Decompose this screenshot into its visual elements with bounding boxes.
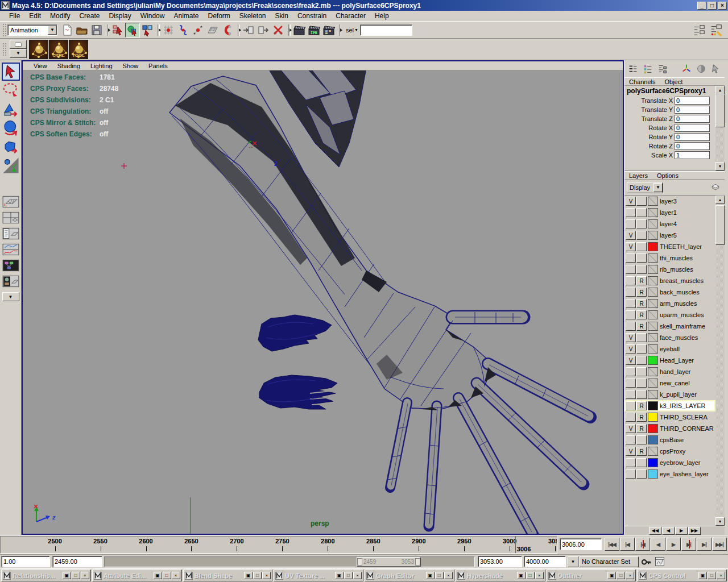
- minimized-window[interactable]: Blend Shape ▣ □ ×: [183, 569, 273, 581]
- layer-visibility-toggle[interactable]: [626, 276, 636, 285]
- layers-scrollbar[interactable]: ▲ ▼: [715, 196, 725, 526]
- toolbar-button[interactable]: [336, 23, 342, 38]
- channel-boxes-icon[interactable]: [640, 62, 655, 76]
- layer-color-swatch[interactable]: [648, 413, 658, 422]
- layer-name[interactable]: face_muscles: [660, 334, 698, 341]
- layer-row[interactable]: R THIRD_SCLERA: [624, 411, 715, 423]
- layer-reference-toggle[interactable]: [636, 197, 647, 206]
- character-set-menu[interactable]: No Character Set: [580, 556, 639, 567]
- channel-object-name[interactable]: polySurface6CPSproxy1: [624, 86, 715, 96]
- layer-visibility-toggle[interactable]: V: [626, 197, 636, 206]
- menu-item[interactable]: Modify: [46, 11, 75, 21]
- show-manip-tool-icon[interactable]: [2, 156, 20, 174]
- layer-name[interactable]: k_pupil_layer: [660, 391, 697, 398]
- layer-visibility-toggle[interactable]: [626, 435, 636, 444]
- restore-button[interactable]: □: [708, 2, 717, 10]
- layer-row[interactable]: hand_layer: [624, 366, 715, 377]
- toolbar-button[interactable]: [235, 23, 241, 38]
- minimize-button[interactable]: _: [697, 2, 706, 10]
- window-maximize-button[interactable]: □: [163, 572, 171, 579]
- range-grip-left[interactable]: [357, 558, 362, 566]
- window-restore-button[interactable]: ▣: [698, 572, 707, 579]
- shelf-button[interactable]: TOOL: [69, 40, 88, 59]
- layer-name[interactable]: Head_Layer: [660, 357, 694, 364]
- create-layer-icon[interactable]: [709, 181, 722, 194]
- layer-row[interactable]: rib_muscles: [624, 264, 715, 275]
- channel-mixed-icon[interactable]: [655, 62, 670, 76]
- layer-reference-toggle[interactable]: [636, 344, 647, 354]
- layer-visibility-toggle[interactable]: [626, 379, 636, 388]
- snap-grid-icon[interactable]: [161, 23, 176, 38]
- channel-label[interactable]: Translate X: [624, 97, 675, 104]
- snap-curve-icon[interactable]: [176, 23, 191, 38]
- window-restore-button[interactable]: ▣: [607, 572, 616, 579]
- select-component-icon[interactable]: [140, 23, 155, 38]
- layer-visibility-toggle[interactable]: V: [626, 356, 636, 365]
- playback-button[interactable]: ◀: [651, 538, 665, 551]
- layer-reference-toggle[interactable]: [636, 390, 647, 399]
- manip-xyz-icon[interactable]: [679, 62, 694, 76]
- playback-start-field[interactable]: [52, 556, 102, 567]
- minimized-window[interactable]: Outliner ▣ □ ×: [547, 569, 636, 581]
- scroll-up-icon[interactable]: ▲: [715, 86, 725, 94]
- layer-color-swatch[interactable]: [648, 219, 658, 228]
- layer-color-swatch[interactable]: [648, 424, 658, 433]
- playback-button[interactable]: ▶▶|: [712, 538, 727, 551]
- menu-item[interactable]: Constrain: [293, 11, 331, 21]
- channel-value-field[interactable]: 0: [675, 133, 710, 141]
- layer-color-swatch[interactable]: [648, 197, 658, 206]
- layer-visibility-toggle[interactable]: V: [626, 447, 636, 456]
- layer-row[interactable]: eye_lashes_layer: [624, 468, 715, 480]
- file-save-icon[interactable]: [89, 23, 104, 38]
- layer-name[interactable]: layer5: [660, 232, 677, 239]
- manip-rotate-icon[interactable]: [694, 62, 709, 76]
- rotate-tool-icon[interactable]: [2, 119, 20, 137]
- shelf-button[interactable]: CTRL: [49, 40, 68, 59]
- minimized-window[interactable]: Hypershade ▣ □ ×: [456, 569, 545, 581]
- shelf-dropdown-arrow[interactable]: ▼: [10, 49, 27, 58]
- lasso-tool-icon[interactable]: [2, 81, 20, 99]
- snap-point-icon[interactable]: [191, 23, 205, 38]
- move-tool-icon[interactable]: [2, 100, 20, 118]
- channel-value-field[interactable]: 0: [675, 106, 710, 114]
- layer-color-swatch[interactable]: [648, 231, 658, 240]
- panel-menu-item[interactable]: Panels: [143, 62, 173, 70]
- layer-row[interactable]: eyebrow_layer: [624, 457, 715, 468]
- layer-name[interactable]: hand_layer: [660, 368, 690, 375]
- layer-name[interactable]: k3_IRIS_LAYER: [660, 402, 706, 409]
- layer-visibility-toggle[interactable]: [626, 288, 636, 297]
- layer-reference-toggle[interactable]: R: [636, 413, 647, 422]
- layer-reference-toggle[interactable]: [636, 242, 647, 251]
- layer-name[interactable]: arm_muscles: [660, 300, 697, 307]
- layer-reference-toggle[interactable]: R: [636, 276, 647, 285]
- layer-mode-select[interactable]: Display ▼: [627, 182, 663, 193]
- window-titlebar[interactable]: Maya 4.5: D:\Documents and Settings\juli…: [0, 0, 728, 11]
- layer-reference-toggle[interactable]: [636, 435, 647, 444]
- anim-preferences-icon[interactable]: [653, 556, 666, 567]
- menu-item[interactable]: Animate: [169, 11, 203, 21]
- layer-color-swatch[interactable]: [648, 253, 658, 263]
- layer-color-swatch[interactable]: [648, 458, 658, 467]
- layer-reference-toggle[interactable]: R: [636, 424, 647, 433]
- toolbar-button[interactable]: [286, 23, 292, 38]
- layer-name[interactable]: THIRD_CORNEAR: [660, 425, 714, 432]
- layer-color-swatch[interactable]: [648, 401, 658, 410]
- channel-lines-icon[interactable]: [626, 62, 640, 76]
- layer-row[interactable]: V THEETH_layer: [624, 241, 715, 252]
- layer-reference-toggle[interactable]: [636, 458, 647, 467]
- menu-item[interactable]: Help: [370, 11, 394, 21]
- layer-color-swatch[interactable]: [648, 447, 658, 456]
- layer-row[interactable]: V R THIRD_CORNEAR: [624, 423, 715, 434]
- playback-button[interactable]: |◀: [620, 538, 635, 551]
- window-restore-button[interactable]: ▣: [154, 572, 162, 579]
- layer-row[interactable]: R skell_mainframe: [624, 321, 715, 332]
- layer-row[interactable]: R arm_muscles: [624, 298, 715, 309]
- layer-visibility-toggle[interactable]: [626, 208, 636, 217]
- window-close-button[interactable]: ×: [262, 572, 271, 579]
- window-close-button[interactable]: ×: [81, 572, 89, 579]
- file-open-icon[interactable]: [75, 23, 89, 38]
- menu-item[interactable]: Create: [75, 11, 104, 21]
- layer-color-swatch[interactable]: [648, 276, 658, 285]
- layer-reference-toggle[interactable]: R: [636, 447, 647, 456]
- layer-color-swatch[interactable]: [648, 299, 658, 308]
